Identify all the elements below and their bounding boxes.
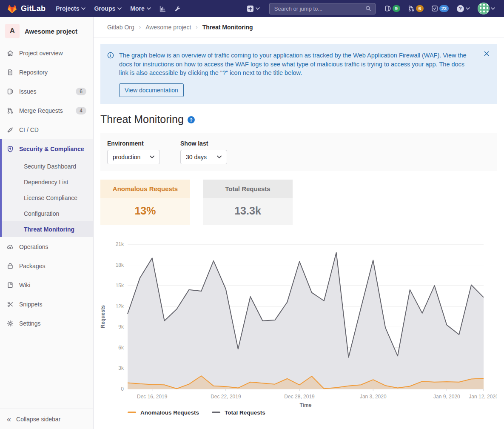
sidebar-subitem-license-compliance[interactable]: License Compliance	[0, 190, 93, 206]
sidebar-item-ci-cd[interactable]: CI / CD	[0, 120, 93, 139]
gitlab-logo[interactable]: GitLab	[7, 3, 46, 14]
info-icon	[107, 52, 114, 59]
svg-text:3k: 3k	[118, 365, 124, 371]
project-avatar: A	[5, 24, 20, 38]
nav-menu-groups[interactable]: Groups	[90, 0, 126, 17]
sidebar-item-project-overview[interactable]: Project overview	[0, 43, 93, 63]
search-input[interactable]	[273, 5, 365, 12]
admin-area-button[interactable]	[170, 0, 185, 17]
nav-menu-more[interactable]: More	[126, 0, 155, 17]
view-documentation-button[interactable]: View documentation	[119, 83, 184, 97]
main-content: Gitlab Org › Awesome project › Threat Mo…	[94, 0, 504, 423]
chevron-down-icon	[466, 7, 470, 10]
issues-count-badge: 9	[393, 5, 400, 12]
book-icon	[7, 282, 14, 289]
sidebar-item-issues[interactable]: Issues 6	[0, 82, 93, 101]
svg-text:?: ?	[459, 6, 462, 11]
svg-text:Jan 3, 2020: Jan 3, 2020	[360, 394, 387, 400]
anomalous-requests-stat: Anomalous Requests 13%	[100, 180, 190, 225]
issues-badge: 6	[76, 88, 86, 95]
merge-requests-counter[interactable]: 6	[406, 5, 426, 12]
issues-counter[interactable]: 9	[382, 5, 402, 12]
breadcrumb-group[interactable]: Gitlab Org	[107, 24, 134, 31]
help-icon: ?	[456, 5, 464, 13]
project-name: Awesome project	[25, 28, 77, 35]
sidebar-item-operations[interactable]: Operations	[0, 237, 93, 256]
svg-text:12k: 12k	[116, 303, 124, 309]
summary-stats: Anomalous Requests 13% Total Requests 13…	[100, 180, 497, 225]
svg-text:Jan 12, 2020: Jan 12, 2020	[469, 394, 497, 400]
bar-chart-icon	[159, 5, 166, 12]
sidebar-subitem-dependency-list[interactable]: Dependency List	[0, 174, 93, 190]
global-search	[269, 3, 376, 14]
chevron-down-icon	[256, 7, 260, 10]
shield-icon	[7, 146, 14, 152]
issues-icon	[7, 88, 14, 95]
svg-text:Dec 28, 2019: Dec 28, 2019	[284, 394, 315, 400]
mr-badge: 4	[76, 107, 86, 114]
environment-select[interactable]: production	[107, 150, 160, 164]
stat-title: Total Requests	[203, 180, 293, 198]
chevron-down-icon	[217, 155, 222, 159]
sidebar-item-repository[interactable]: Repository	[0, 63, 93, 82]
chevron-down-icon	[150, 155, 154, 159]
project-sidebar: A Awesome project Project overview Repos…	[0, 17, 94, 429]
sidebar-subitem-security-dashboard[interactable]: Security Dashboard	[0, 158, 93, 174]
help-menu-button[interactable]: ?	[454, 5, 472, 13]
svg-text:15k: 15k	[116, 283, 124, 289]
legend-item-anomalous[interactable]: Anomalous Requests	[128, 409, 199, 416]
new-menu-button[interactable]	[244, 5, 262, 12]
top-navbar: GitLab Projects Groups More 9 6	[0, 0, 504, 17]
sidebar-item-settings[interactable]: Settings	[0, 314, 93, 333]
nav-menu-projects[interactable]: Projects	[51, 0, 90, 17]
merge-request-icon	[408, 5, 415, 12]
sidebar-subitem-configuration[interactable]: Configuration	[0, 206, 93, 221]
breadcrumb: Gitlab Org › Awesome project › Threat Mo…	[94, 17, 504, 37]
sidebar-subitem-threat-monitoring[interactable]: Threat Monitoring	[0, 221, 93, 237]
package-icon	[7, 263, 14, 269]
legend-item-total[interactable]: Total Requests	[212, 409, 265, 416]
close-icon[interactable]	[483, 50, 490, 57]
svg-text:9k: 9k	[118, 324, 124, 330]
ci-cd-icon	[7, 126, 14, 133]
sidebar-item-merge-requests[interactable]: Merge Requests 4	[0, 101, 93, 120]
svg-text:Dec 16, 2019: Dec 16, 2019	[137, 394, 168, 400]
show-last-select[interactable]: 30 days	[180, 150, 227, 164]
home-icon	[7, 50, 14, 57]
brand-name: GitLab	[21, 4, 46, 13]
sidebar-item-snippets[interactable]: Snippets	[0, 295, 93, 314]
filters-panel: Environment production Show last 30 days	[100, 133, 497, 171]
gear-icon	[7, 320, 14, 327]
breadcrumb-project[interactable]: Awesome project	[145, 24, 191, 31]
requests-chart-svg: 03k6k9k12k15k18k21kDec 16, 2019Dec 22, 2…	[100, 237, 497, 408]
sidebar-item-wiki[interactable]: Wiki	[0, 275, 93, 295]
todo-count-badge: 23	[439, 5, 449, 12]
cloud-gear-icon	[7, 243, 14, 250]
svg-text:0: 0	[121, 386, 124, 392]
title-help-icon[interactable]: ?	[188, 116, 195, 123]
todos-counter[interactable]: 23	[429, 5, 451, 12]
sidebar-item-packages[interactable]: Packages	[0, 256, 93, 275]
chart-legend: Anomalous Requests Total Requests	[128, 409, 497, 416]
environment-filter: Environment production	[107, 140, 160, 164]
merge-request-icon	[7, 107, 14, 114]
show-last-filter: Show last 30 days	[180, 140, 227, 164]
document-icon	[7, 69, 14, 76]
chevron-down-icon	[117, 7, 122, 10]
wrench-icon	[174, 5, 181, 12]
user-menu-button[interactable]	[476, 3, 497, 14]
mr-count-badge: 6	[416, 5, 424, 12]
analytics-button[interactable]	[155, 0, 170, 17]
svg-text:21k: 21k	[116, 241, 124, 247]
environment-label: Environment	[107, 140, 160, 147]
sidebar-project-header[interactable]: A Awesome project	[0, 21, 93, 43]
svg-text:18k: 18k	[116, 262, 124, 268]
search-icon[interactable]	[365, 6, 371, 11]
svg-text:Time: Time	[300, 402, 312, 408]
breadcrumb-current-page: Threat Monitoring	[202, 24, 253, 31]
double-chevron-left-icon: «	[7, 415, 11, 423]
collapse-sidebar-button[interactable]: « Collapse sidebar	[0, 409, 93, 429]
sidebar-item-security-compliance[interactable]: Security & Compliance	[0, 139, 93, 158]
chevron-down-icon	[491, 7, 495, 10]
svg-text:Jan 9, 2020: Jan 9, 2020	[433, 394, 460, 400]
